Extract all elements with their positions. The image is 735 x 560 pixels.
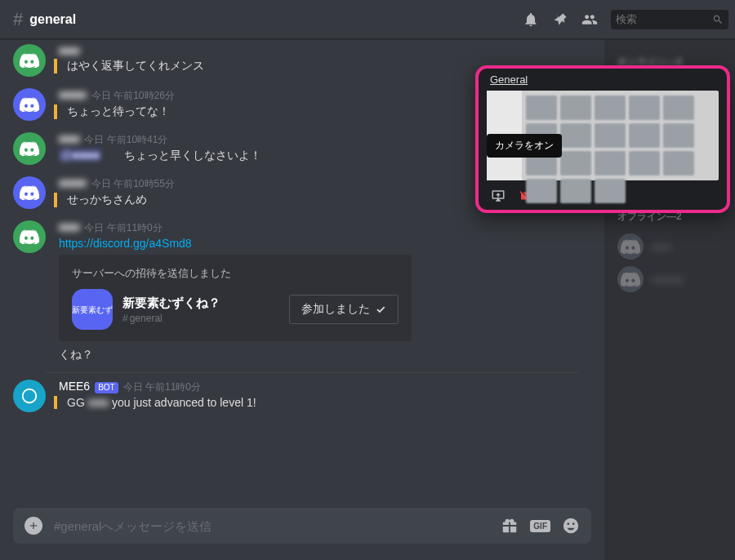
username[interactable]: ■■■■ <box>59 176 87 189</box>
username[interactable]: ■■■ <box>59 220 79 233</box>
member-name: ■■■■■ <box>652 273 684 286</box>
channel-name: general <box>29 12 76 27</box>
username[interactable]: ■■■ <box>59 132 79 145</box>
member-name: ■■■ <box>652 241 671 253</box>
camera-tooltip: カメラをオン <box>487 134 562 158</box>
invite-embed: サーバーへの招待を送信しました 新要素むず 新要素むずくね？ #general … <box>59 255 412 341</box>
message-input[interactable] <box>54 519 489 533</box>
username[interactable]: ■■■ <box>59 44 79 57</box>
timestamp: 今日 午前10時26分 <box>91 89 175 103</box>
video-popup[interactable]: General カメラをオン <box>475 65 730 213</box>
avatar[interactable] <box>13 132 46 165</box>
avatar[interactable] <box>13 44 46 77</box>
member-item[interactable]: ■■■■■ <box>611 263 728 296</box>
screenshare-icon[interactable] <box>490 189 506 203</box>
members-icon[interactable] <box>581 11 598 28</box>
server-channel: #general <box>122 313 279 324</box>
message: ■■■今日 午前11時0分 https://discord.gg/a4Smd8 … <box>0 219 591 348</box>
member-item[interactable]: ■■■ <box>611 230 728 263</box>
timestamp: 今日 午前10時41分 <box>84 133 167 147</box>
server-name: 新要素むずくね？ <box>122 296 279 311</box>
avatar[interactable] <box>13 176 46 209</box>
gif-button[interactable]: GIF <box>530 520 550 532</box>
timestamp: 今日 午前10時55分 <box>91 177 175 191</box>
server-icon: 新要素むず <box>72 289 113 330</box>
message-input-area: GIF <box>0 508 604 560</box>
avatar[interactable] <box>13 220 46 253</box>
avatar <box>617 233 644 260</box>
joined-button[interactable]: 参加しました <box>289 295 399 324</box>
username[interactable]: ■■■■ <box>59 88 87 101</box>
attach-button[interactable] <box>24 517 42 535</box>
gift-icon[interactable] <box>501 517 519 535</box>
message-text: GG ■■■ you just advanced to level 1! <box>54 396 591 409</box>
embed-title: サーバーへの招待を送信しました <box>72 266 399 281</box>
search-icon <box>712 14 724 25</box>
channel-header: # general <box>0 0 735 39</box>
avatar[interactable] <box>13 88 46 121</box>
message: MEE6 BOT 今日 午前11時0分 GG ■■■ you just adva… <box>0 378 591 419</box>
pin-icon[interactable] <box>552 11 568 28</box>
timestamp: 今日 午前11時0分 <box>84 221 162 235</box>
avatar <box>617 266 644 292</box>
divider <box>46 372 578 373</box>
message-continuation: くね？ <box>0 348 591 362</box>
bell-icon[interactable] <box>523 11 539 28</box>
search-input[interactable] <box>616 13 712 25</box>
message-input-container[interactable]: GIF <box>13 508 591 544</box>
user-mention[interactable]: @■■■■ <box>59 149 101 162</box>
bot-badge: BOT <box>95 382 118 393</box>
search-input-container[interactable] <box>611 10 728 29</box>
popup-title: General <box>479 69 727 87</box>
invite-link[interactable]: https://discord.gg/a4Smd8 <box>59 237 192 250</box>
emoji-icon[interactable] <box>562 517 580 535</box>
timestamp: 今日 午前11時0分 <box>123 380 201 394</box>
message-text: https://discord.gg/a4Smd8 <box>59 237 591 250</box>
svg-point-0 <box>23 389 37 403</box>
hash-icon: # <box>13 9 23 30</box>
avatar[interactable] <box>13 380 46 412</box>
username[interactable]: MEE6 <box>59 380 90 393</box>
